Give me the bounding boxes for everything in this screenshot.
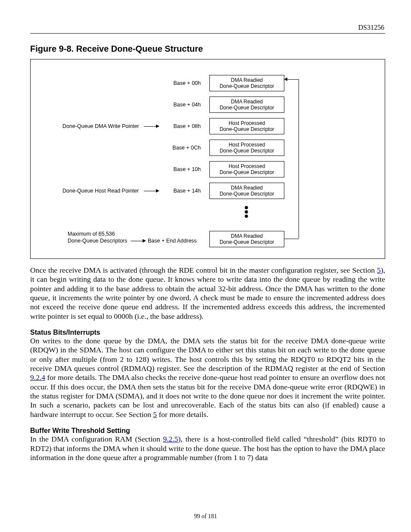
- arrow-right-icon: [143, 239, 146, 243]
- text: In the DMA configuration RAM (Section: [30, 435, 163, 443]
- subheading: Status Bits/Interrupts: [30, 329, 385, 336]
- descriptor-row: Host Processed Done-Queue Descriptor: [209, 118, 284, 134]
- subheading: Buffer Write Threshold Setting: [30, 427, 385, 435]
- descriptor-row: DMA Readied Done-Queue Descriptor: [209, 75, 284, 91]
- descriptor-row: DMA Readied Done-Queue Descriptor: [209, 183, 284, 199]
- paragraph: Once the receive DMA is activated (throu…: [30, 266, 385, 321]
- descriptor-row: DMA Readied Done-Queue Descriptor: [209, 96, 284, 113]
- desc-text: Done-Queue Descriptor: [220, 169, 274, 175]
- loop-line: [299, 79, 299, 239]
- desc-text: Host Processed: [229, 163, 265, 169]
- descriptor-row: Host Processed Done-Queue Descriptor: [209, 161, 284, 177]
- paragraph: In the DMA configuration RAM (Section 9.…: [30, 435, 385, 462]
- desc-text: Done-Queue Descriptor: [220, 239, 274, 245]
- offset-label: Base + 08h: [166, 123, 201, 129]
- section-link[interactable]: 5: [377, 266, 381, 274]
- arrow-line: [131, 241, 143, 241]
- desc-text: Host Processed: [229, 142, 265, 148]
- figure-title: Figure 9-8. Receive Done-Queue Structure: [30, 44, 385, 54]
- page: DS31256 Figure 9-8. Receive Done-Queue S…: [0, 0, 411, 532]
- document-id: DS31256: [30, 24, 385, 31]
- max-descriptors-label: Done-Queue Descriptors: [68, 238, 127, 244]
- descriptor-row: Host Processed Done-Queue Descriptor: [209, 140, 284, 156]
- max-descriptors-label: Maximum of 65,536: [68, 231, 115, 237]
- text: Once the receive DMA is activated (throu…: [30, 266, 377, 274]
- loop-line: [287, 79, 299, 80]
- desc-text: Done-Queue Descriptor: [220, 83, 274, 89]
- offset-label: Base + 00h: [166, 80, 201, 86]
- desc-text: DMA Readied: [231, 99, 263, 105]
- ellipsis-icon: ●●●: [209, 205, 283, 218]
- paragraph: On writes to the done queue by the DMA, …: [30, 336, 385, 419]
- arrow-left-icon: [284, 78, 287, 81]
- arrow-right-icon: [156, 124, 159, 128]
- desc-text: DMA Readied: [231, 233, 263, 239]
- desc-text: Done-Queue Descriptor: [220, 105, 274, 111]
- figure-diagram: DMA Readied Done-Queue Descriptor DMA Re…: [30, 59, 385, 259]
- section-link[interactable]: 9.2.4: [30, 373, 45, 382]
- section-link[interactable]: 5: [153, 410, 157, 419]
- section-link[interactable]: 9.2.5: [163, 435, 178, 443]
- offset-label: Base + 04h: [166, 102, 201, 108]
- offset-label: Base + 0Ch: [166, 145, 201, 151]
- host-read-pointer-label: Done-Queue Host Read Pointer: [62, 188, 139, 194]
- page-number: 99 of 181: [0, 513, 411, 520]
- loop-line: [284, 239, 299, 239]
- arrow-line: [144, 191, 156, 191]
- offset-label: Base + 14h: [166, 188, 201, 194]
- text: for more details.: [157, 410, 209, 419]
- offset-label: Base + 10h: [166, 166, 201, 172]
- descriptor-row: DMA Readied Done-Queue Descriptor: [209, 231, 284, 247]
- header-rule: [30, 33, 385, 34]
- arrow-line: [144, 126, 156, 127]
- desc-text: DMA Readied: [231, 77, 263, 83]
- desc-text: Host Processed: [229, 120, 265, 126]
- desc-text: Done-Queue Descriptor: [220, 191, 274, 197]
- desc-text: Done-Queue Descriptor: [220, 126, 274, 132]
- desc-text: DMA Readied: [231, 185, 263, 191]
- dma-write-pointer-label: Done-Queue DMA Write Pointer: [62, 123, 139, 129]
- text: On writes to the done queue by the DMA, …: [30, 336, 385, 373]
- desc-text: Done-Queue Descriptor: [220, 148, 274, 154]
- arrow-right-icon: [156, 189, 159, 193]
- base-end-address-label: Base + End Address: [148, 238, 197, 244]
